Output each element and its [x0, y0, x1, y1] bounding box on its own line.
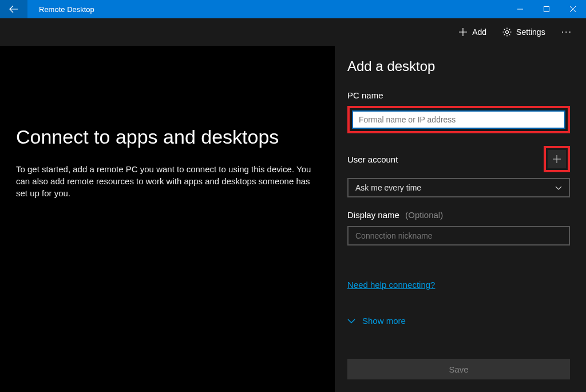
gear-icon: [502, 27, 512, 37]
user-account-select[interactable]: Ask me every time: [347, 178, 570, 197]
pc-name-label: PC name: [347, 90, 570, 100]
add-label: Add: [472, 27, 486, 37]
window-controls: [507, 0, 586, 18]
user-account-value: Ask me every time: [355, 183, 421, 192]
back-button[interactable]: [0, 0, 27, 18]
show-more-label: Show more: [362, 316, 406, 326]
add-user-button[interactable]: [548, 150, 566, 168]
add-desktop-panel: Add a desktop PC name User account Ask m…: [335, 46, 586, 392]
more-button[interactable]: ···: [555, 23, 579, 41]
pc-name-input[interactable]: [352, 110, 565, 129]
display-name-label: Display name: [347, 210, 399, 220]
main-panel: Connect to apps and desktops To get star…: [0, 46, 335, 392]
settings-label: Settings: [516, 27, 545, 37]
maximize-button[interactable]: [533, 0, 560, 18]
plus-icon: [552, 155, 561, 164]
window-title: Remote Desktop: [27, 5, 507, 14]
pc-name-highlight: [347, 106, 570, 133]
add-button[interactable]: Add: [452, 24, 493, 40]
content-area: Connect to apps and desktops To get star…: [0, 46, 586, 392]
help-link[interactable]: Need help connecting?: [347, 280, 570, 290]
save-button[interactable]: Save: [347, 359, 570, 379]
titlebar: Remote Desktop: [0, 0, 586, 18]
main-heading: Connect to apps and desktops: [16, 126, 319, 148]
main-description: To get started, add a remote PC you want…: [16, 163, 319, 199]
display-name-optional: (Optional): [405, 210, 443, 220]
toolbar: Add Settings ···: [0, 18, 586, 46]
arrow-left-icon: [9, 5, 18, 14]
maximize-icon: [544, 6, 549, 12]
pc-name-field: PC name: [347, 90, 570, 133]
minimize-button[interactable]: [507, 0, 533, 18]
close-icon: [570, 6, 576, 12]
svg-point-1: [506, 31, 509, 34]
add-user-highlight: [544, 146, 570, 172]
chevron-down-icon: [555, 184, 562, 191]
display-name-field: Display name (Optional): [347, 210, 570, 246]
minimize-icon: [517, 6, 523, 12]
show-more-toggle[interactable]: Show more: [347, 316, 570, 326]
user-account-field: User account Ask me every time: [347, 146, 570, 197]
display-name-input[interactable]: [347, 226, 570, 246]
panel-title: Add a desktop: [347, 58, 570, 74]
settings-button[interactable]: Settings: [496, 24, 552, 40]
close-button[interactable]: [560, 0, 586, 18]
svg-rect-0: [544, 7, 549, 12]
user-account-label: User account: [347, 155, 398, 164]
chevron-down-icon: [347, 317, 355, 325]
plus-icon: [458, 27, 468, 37]
ellipsis-icon: ···: [561, 27, 572, 37]
